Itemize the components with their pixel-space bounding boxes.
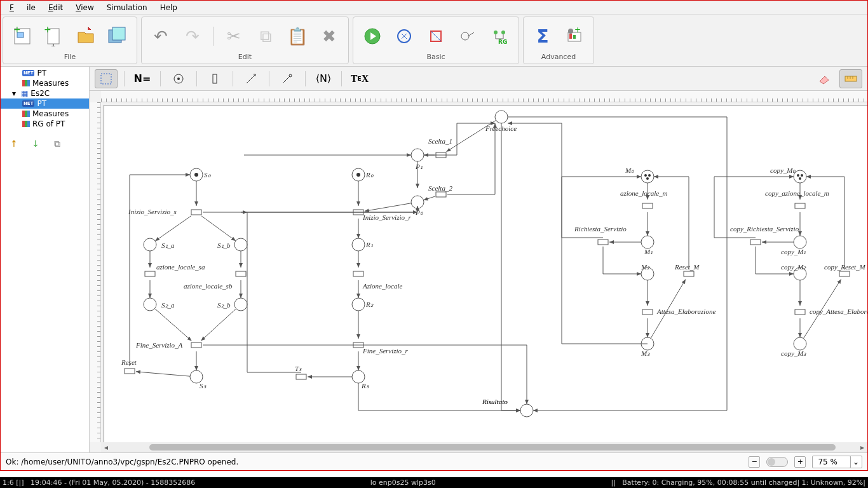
svg-rect-15	[569, 34, 572, 39]
svg-text:copy_M₂: copy_M₂	[781, 263, 806, 271]
zoom-level[interactable]: 75 %	[812, 456, 851, 468]
tree-item-rg[interactable]: RG of PT	[1, 119, 89, 129]
status-message: Ok: /home/user/UNITO/anno3/vpc/gspn/Es2C…	[6, 458, 238, 466]
svg-point-17	[568, 29, 573, 34]
svg-rect-96	[436, 192, 446, 197]
measure-button[interactable]	[456, 25, 479, 48]
svg-point-41	[352, 238, 365, 251]
angle-n-tool[interactable]: ⟨N⟩	[312, 69, 335, 88]
menubar: File Edit View Simulation Help	[1, 1, 867, 15]
svg-rect-105	[684, 271, 694, 276]
undo-button[interactable]: ↶	[149, 25, 172, 48]
svg-text:S₁_a: S₁_a	[161, 241, 175, 249]
toolbar-group-label: File	[64, 53, 76, 61]
svg-rect-16	[573, 35, 576, 39]
paste-button[interactable]: 📋	[286, 25, 309, 48]
svg-text:M₃: M₃	[641, 349, 650, 357]
svg-point-55	[644, 174, 647, 177]
toolbar-group-label: Edit	[238, 53, 252, 61]
tree-item-pt[interactable]: NETPT	[1, 68, 89, 78]
status-toggle[interactable]	[766, 457, 788, 467]
svg-point-68	[799, 177, 801, 180]
svg-rect-84	[125, 369, 135, 374]
menu-file[interactable]: File	[3, 2, 42, 13]
ruler-vertical	[90, 102, 101, 442]
svg-text:M₂: M₂	[641, 263, 650, 271]
svg-point-36	[190, 370, 203, 383]
menu-help[interactable]: Help	[154, 2, 184, 13]
svg-text:+: +	[574, 27, 581, 34]
neq-tool[interactable]: N=	[131, 69, 154, 88]
analysis2-button[interactable]	[424, 25, 447, 48]
copy-button[interactable]: ⧉	[254, 25, 277, 48]
svg-point-56	[648, 174, 651, 177]
play-button[interactable]	[361, 25, 384, 48]
save-all-button[interactable]	[106, 25, 129, 48]
ruler-toggle[interactable]	[839, 69, 862, 88]
tree-item-project[interactable]: ▾▦Es2C	[1, 88, 89, 98]
menu-view[interactable]: View	[69, 2, 100, 13]
svg-point-30	[234, 238, 247, 251]
canvas-viewport[interactable]: S₀S₁_aS₁_bS₂_aS₂_bS₃R₀R₁R₂R₃P₁P₀Freechoi…	[101, 102, 867, 442]
zoom-out-button[interactable]: −	[749, 456, 760, 468]
svg-text:M₁: M₁	[644, 248, 653, 255]
main-toolbar: + + File ↶ ↷ ✂ ⧉ 📋 ✖ Edit	[1, 15, 867, 67]
svg-text:T₃: T₃	[295, 365, 302, 372]
transition-tool[interactable]	[203, 69, 226, 88]
arc-tool[interactable]	[240, 69, 262, 88]
svg-text:Scelta_1: Scelta_1	[428, 137, 452, 145]
svg-rect-99	[642, 203, 653, 208]
svg-point-67	[801, 174, 803, 177]
move-up-button[interactable]: ↑	[8, 138, 20, 149]
sigma-button[interactable]: Σ	[531, 25, 554, 48]
canvas-page[interactable]: S₀S₁_aS₁_bS₂_aS₂_bS₃R₀R₁R₂R₃P₁P₀Freechoi…	[104, 105, 867, 442]
svg-rect-111	[795, 309, 805, 315]
move-down-button[interactable]: ↓	[30, 138, 41, 149]
new-net-button[interactable]: +	[11, 25, 34, 48]
svg-point-54	[641, 170, 654, 183]
menu-edit[interactable]: Edit	[42, 2, 69, 13]
toolbar-group-label: Advanced	[541, 53, 576, 61]
menu-simulation[interactable]: Simulation	[100, 2, 154, 13]
svg-text:copy_Richiesta_Servizio: copy_Richiesta_Servizio	[730, 225, 799, 233]
open-button[interactable]	[74, 25, 97, 48]
svg-text:R₀: R₀	[365, 171, 374, 179]
svg-rect-101	[598, 240, 608, 245]
tree-item-measures2[interactable]: Measures	[1, 109, 89, 119]
rg-button[interactable]: RG	[488, 25, 511, 48]
svg-text:Inizio_Servizio_s: Inizio_Servizio_s	[128, 208, 177, 215]
svg-point-23	[289, 74, 292, 77]
svg-rect-78	[145, 271, 155, 276]
scrollbar-horizontal[interactable]: ◂▸	[101, 442, 867, 452]
zoom-in-button[interactable]: +	[794, 456, 806, 468]
place-tool[interactable]	[167, 69, 190, 88]
inhibitor-tool[interactable]	[276, 69, 299, 88]
svg-text:copy_azione_locale_m: copy_azione_locale_m	[765, 189, 829, 197]
svg-text:M₀: M₀	[625, 166, 634, 174]
svg-text:Azione_locale: Azione_locale	[362, 282, 402, 290]
redo-button[interactable]: ↷	[181, 25, 204, 48]
tree-item-measures[interactable]: Measures	[1, 78, 89, 88]
svg-rect-80	[236, 271, 246, 276]
duplicate-button[interactable]: ⧉	[51, 138, 63, 149]
zoom-dropdown[interactable]: ⌄	[850, 456, 862, 468]
advanced-tool-button[interactable]: +	[563, 25, 586, 48]
tex-tool[interactable]: TEX	[348, 69, 371, 88]
new-page-button[interactable]: +	[43, 25, 65, 48]
delete-button[interactable]: ✖	[318, 25, 341, 48]
svg-text:S₂_b: S₂_b	[217, 301, 231, 309]
svg-rect-92	[296, 374, 306, 379]
svg-rect-107	[795, 203, 805, 208]
svg-point-66	[797, 174, 799, 177]
svg-rect-88	[353, 271, 363, 276]
svg-point-70	[794, 236, 806, 248]
tree-item-pt-selected[interactable]: NETPT	[1, 98, 89, 109]
cut-button[interactable]: ✂	[222, 25, 245, 48]
svg-text:S₀: S₀	[204, 171, 211, 179]
eraser-tool[interactable]	[813, 69, 836, 88]
svg-text:Reset: Reset	[121, 358, 137, 366]
analysis1-button[interactable]	[393, 25, 416, 48]
svg-text:+: +	[13, 26, 21, 34]
svg-point-45	[352, 370, 365, 383]
select-tool[interactable]	[95, 69, 118, 88]
